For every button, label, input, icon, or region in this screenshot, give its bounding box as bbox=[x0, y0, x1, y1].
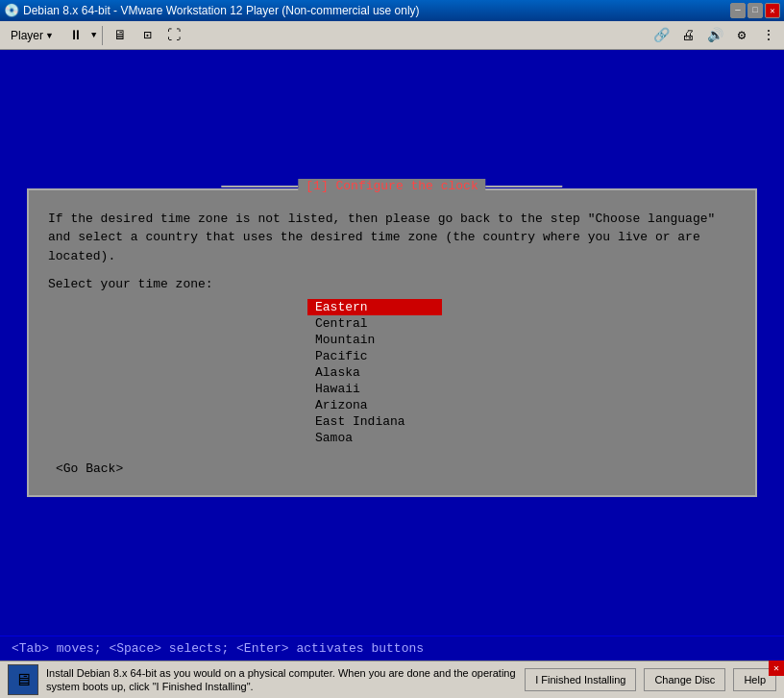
bottom-close-button[interactable]: ✕ bbox=[769, 661, 784, 676]
timezone-item-samoa[interactable]: Samoa bbox=[307, 430, 442, 446]
title-line-left bbox=[221, 186, 298, 187]
player-dropdown-icon: ▼ bbox=[45, 31, 54, 40]
usb-icon: 🖨 bbox=[681, 28, 695, 43]
sound-icon-btn[interactable]: 🔊 bbox=[703, 24, 726, 47]
panel-title: [1] Configure the clock bbox=[298, 179, 485, 193]
fullscreen-button[interactable]: ⛶ bbox=[162, 24, 185, 47]
computer-avatar-icon: 🖥 bbox=[14, 670, 32, 690]
status-bar: <Tab> moves; <Space> selects; <Enter> ac… bbox=[0, 636, 784, 661]
title-line-right bbox=[486, 186, 563, 187]
timezone-item-alaska[interactable]: Alaska bbox=[307, 364, 442, 381]
fit-icon: ⊡ bbox=[143, 27, 151, 43]
description: If the desired time zone is not listed, … bbox=[48, 210, 736, 266]
network-icon: 🔗 bbox=[653, 27, 670, 43]
more-icon: ⋮ bbox=[762, 27, 775, 43]
vm-avatar: 🖥 bbox=[8, 664, 38, 695]
title-buttons[interactable]: ─ □ ✕ bbox=[730, 3, 780, 18]
maximize-button[interactable]: □ bbox=[747, 3, 763, 18]
desc-line1: If the desired time zone is not listed, … bbox=[48, 212, 715, 226]
title-bar-left: 💿 Debian 8.x 64-bit - VMware Workstation… bbox=[4, 3, 420, 18]
timezone-item-eastern[interactable]: Eastern bbox=[307, 299, 442, 315]
panel-title-bar: [1] Configure the clock bbox=[221, 179, 562, 193]
close-button[interactable]: ✕ bbox=[765, 3, 780, 18]
more-icon-btn[interactable]: ⋮ bbox=[757, 24, 780, 47]
title-bar: 💿 Debian 8.x 64-bit - VMware Workstation… bbox=[0, 0, 784, 21]
desc-line3: located). bbox=[48, 249, 115, 263]
timezone-item-central[interactable]: Central bbox=[307, 315, 442, 332]
timezone-item-east-indiana[interactable]: East Indiana bbox=[307, 413, 442, 430]
timezone-item-pacific[interactable]: Pacific bbox=[307, 348, 442, 364]
fullscreen-icon: ⛶ bbox=[167, 28, 181, 43]
timezone-item-arizona[interactable]: Arizona bbox=[307, 397, 442, 413]
main-area: [1] Configure the clock If the desired t… bbox=[0, 50, 784, 636]
toolbar: Player ▼ ⏸ ▼ 🖥 ⊡ ⛶ 🔗 🖨 🔊 ⚙ ⋮ bbox=[0, 21, 784, 50]
timezone-item-mountain[interactable]: Mountain bbox=[307, 332, 442, 348]
usb-icon-btn[interactable]: 🖨 bbox=[676, 24, 699, 47]
status-text: <Tab> moves; <Space> selects; <Enter> ac… bbox=[12, 641, 424, 656]
fit-guest-button[interactable]: ⊡ bbox=[135, 24, 159, 47]
gear-icon: ⚙ bbox=[738, 27, 746, 43]
toolbar-separator-1 bbox=[102, 26, 103, 45]
pause-dropdown-icon[interactable]: ▼ bbox=[91, 31, 96, 40]
window-title: Debian 8.x 64-bit - VMware Workstation 1… bbox=[23, 4, 420, 17]
computer-icon: 🖥 bbox=[113, 28, 127, 43]
desc-line2: and select a country that uses the desir… bbox=[48, 230, 700, 244]
go-back-button[interactable]: <Go Back> bbox=[56, 461, 736, 476]
minimize-button[interactable]: ─ bbox=[730, 3, 746, 18]
bottom-bar: 🖥 Install Debian 8.x 64-bit as you would… bbox=[0, 661, 784, 698]
timezone-list: EasternCentralMountainPacificAlaskaHawai… bbox=[307, 299, 736, 446]
timezone-item-hawaii[interactable]: Hawaii bbox=[307, 381, 442, 397]
change-disc-button[interactable]: Change Disc bbox=[644, 668, 725, 691]
pause-button[interactable]: ⏸ bbox=[64, 24, 87, 47]
vm-panel: [1] Configure the clock If the desired t… bbox=[27, 188, 757, 498]
settings-icon-btn[interactable]: ⚙ bbox=[730, 24, 753, 47]
bottom-bar-wrapper: ✕ 🖥 Install Debian 8.x 64-bit as you wou… bbox=[0, 661, 784, 698]
finished-installing-button[interactable]: I Finished Installing bbox=[525, 668, 636, 691]
network-icon-btn[interactable]: 🔗 bbox=[649, 24, 673, 47]
player-label: Player bbox=[11, 29, 43, 42]
window-icon: 💿 bbox=[4, 3, 19, 18]
pause-icon: ⏸ bbox=[69, 28, 83, 43]
select-label: Select your time zone: bbox=[48, 277, 736, 291]
sound-icon: 🔊 bbox=[707, 27, 723, 43]
player-menu[interactable]: Player ▼ bbox=[4, 26, 61, 45]
send-ctrl-alt-del-button[interactable]: 🖥 bbox=[109, 24, 132, 47]
bottom-info-text: Install Debian 8.x 64-bit as you would o… bbox=[46, 666, 517, 694]
